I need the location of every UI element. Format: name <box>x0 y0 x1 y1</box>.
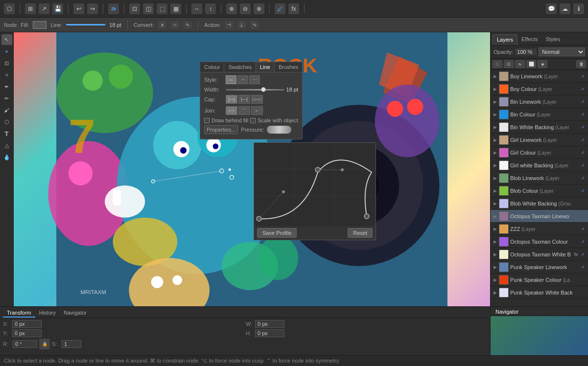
convert-smart-btn[interactable]: ∿ <box>183 21 192 29</box>
action-3-btn[interactable]: ∿ <box>250 21 259 29</box>
style-dash-btn[interactable]: ╌ <box>237 75 248 84</box>
layer-item[interactable]: ▶ Blob Linework (Layer ✓ <box>491 172 588 184</box>
undo-icon[interactable]: ↩ <box>73 3 84 14</box>
adjust-btn[interactable]: ◈ <box>538 60 547 68</box>
w-input[interactable] <box>255 320 284 328</box>
layer-expand-icon[interactable]: ▶ <box>493 201 497 206</box>
boolean-int-icon[interactable]: ⊗ <box>254 3 264 14</box>
layer-visible-check[interactable]: ✓ <box>580 99 586 104</box>
h-input[interactable] <box>255 329 284 337</box>
layer-expand-icon[interactable]: ▶ <box>493 265 497 270</box>
s-input[interactable] <box>62 340 81 348</box>
tab-brushes[interactable]: Brushes <box>275 62 303 72</box>
layer-visible-check[interactable]: ✓ <box>580 124 586 130</box>
r-input[interactable] <box>13 340 37 348</box>
layer-expand-icon[interactable]: ▶ <box>493 290 497 295</box>
cap-square-btn[interactable]: □—□ <box>251 95 263 104</box>
tab-transform[interactable]: Transform <box>3 309 35 318</box>
zoom-fit-icon[interactable]: ⊡ <box>129 3 140 14</box>
tab-layers[interactable]: Layers <box>493 34 517 45</box>
properties-btn[interactable]: Properties... <box>204 125 238 134</box>
align-icon[interactable]: ▦ <box>170 3 181 14</box>
layer-item[interactable]: ▶ Girl Colour (Layer ✓ <box>491 146 588 159</box>
layer-expand-icon[interactable]: ▶ <box>493 277 497 282</box>
redo-icon[interactable]: ↪ <box>87 3 98 14</box>
scale-object-checkbox[interactable] <box>250 118 256 123</box>
layer-visible-check[interactable]: ✓ <box>580 226 586 231</box>
layer-item[interactable]: ▶ Octopus Taxman Linewo <box>491 210 588 223</box>
layer-expand-icon[interactable]: ▶ <box>493 239 497 244</box>
layer-visible-check[interactable]: ✓ <box>580 188 586 193</box>
fx-btn[interactable]: fx <box>515 60 525 68</box>
pen-icon[interactable]: 🖊 <box>275 3 285 14</box>
action-1-btn[interactable]: ⊣ <box>225 21 234 29</box>
node-tool-btn[interactable]: ⋄ <box>1 46 12 57</box>
layer-expand-icon[interactable]: ▶ <box>493 125 497 130</box>
transform-tool-btn[interactable]: ⊡ <box>1 58 12 69</box>
layer-visible-check[interactable]: ✓ <box>580 150 586 155</box>
app-icon[interactable]: ⬡ <box>4 3 15 14</box>
flip-v-icon[interactable]: ↕ <box>205 3 216 14</box>
layer-expand-icon[interactable]: ▶ <box>493 99 497 104</box>
layer-item[interactable]: ▶ Bin White Backing (Layer ✓ <box>491 121 588 134</box>
tab-styles[interactable]: Styles <box>541 34 564 45</box>
open-icon[interactable]: ↗ <box>39 3 49 14</box>
pen-tool-btn[interactable]: ✒ <box>1 81 12 92</box>
chat-icon[interactable]: 💬 <box>546 3 557 14</box>
layer-item[interactable]: ▶ Blob White Backing (Grou <box>491 197 588 210</box>
new-layer-btn[interactable]: □ <box>493 60 502 68</box>
layer-visible-check[interactable]: ✓ <box>580 252 586 257</box>
layer-expand-icon[interactable]: ▶ <box>493 252 497 257</box>
blend-mode-select[interactable]: Normal Multiply Screen Overlay <box>539 47 585 56</box>
layer-expand-icon[interactable]: ▶ <box>493 87 497 92</box>
layer-item[interactable]: ▶ Punk Speaker Linework ✓ <box>491 261 588 274</box>
layer-visible-check[interactable]: ✓ <box>580 175 586 181</box>
save-icon[interactable]: 💾 <box>52 3 63 14</box>
lock-aspect-icon[interactable]: 🔒 <box>39 339 50 349</box>
x-input[interactable] <box>12 320 42 328</box>
layer-expand-icon[interactable]: ▶ <box>493 150 497 155</box>
cap-butt-btn[interactable]: |—| <box>226 95 237 104</box>
eyedropper-tool-btn[interactable]: 💧 <box>1 152 12 162</box>
layer-item[interactable]: ▶ Girl Linework (Layer ✓ <box>491 134 588 146</box>
pencil-tool-btn[interactable]: ✏ <box>1 93 12 104</box>
style-dot-btn[interactable]: ⋯ <box>249 75 260 84</box>
layer-visible-check[interactable]: ✓ <box>580 162 586 168</box>
layer-visible-check[interactable]: ✓ <box>580 86 586 92</box>
tab-line[interactable]: Line <box>256 62 275 72</box>
cap-round-btn[interactable]: )—( <box>238 95 250 104</box>
br-tab-nav[interactable]: Navigator <box>493 308 521 316</box>
convert-cusp-btn[interactable]: ∧ <box>158 21 166 29</box>
layer-item[interactable]: ▶ ZZZ (Layer ✓ <box>491 223 588 235</box>
select-tool-btn[interactable]: ↖ <box>1 34 12 45</box>
layer-item[interactable]: ▶ Boy Linework (Layer ✓ <box>491 70 588 83</box>
save-profile-btn[interactable]: Save Profile <box>257 228 297 238</box>
delete-layer-btn[interactable]: 🗑 <box>576 60 586 68</box>
join-miter-btn[interactable]: ⌐¬ <box>226 106 237 115</box>
layer-item[interactable]: ▶ Octopus Taxman White B fx ✓ <box>491 248 588 261</box>
layer-expand-icon[interactable]: ▶ <box>493 227 497 231</box>
join-round-btn[interactable]: ⌒ <box>238 106 250 115</box>
draw-behind-checkbox[interactable] <box>204 118 210 123</box>
layer-visible-check[interactable]: ✓ <box>580 112 586 117</box>
tab-colour[interactable]: Colour <box>200 62 224 72</box>
new-group-btn[interactable]: ⊡ <box>504 60 514 68</box>
pixel-mode-icon[interactable]: 2k <box>108 3 119 14</box>
new-icon[interactable]: ⊞ <box>25 3 36 14</box>
join-bevel-btn[interactable]: ⌐ <box>251 106 263 115</box>
fx-icon[interactable]: fx <box>288 3 299 14</box>
layer-expand-icon[interactable]: ▶ <box>493 74 497 79</box>
y-input[interactable] <box>12 329 42 337</box>
layer-item[interactable]: ▶ Octopus Taxman Colour ✓ <box>491 235 588 248</box>
zoom-100-icon[interactable]: ◫ <box>143 3 154 14</box>
layer-item[interactable]: ▶ Girl white Backing (Layer ✓ <box>491 159 588 172</box>
shape-tool-btn[interactable]: △ <box>1 140 12 151</box>
info-icon[interactable]: ℹ <box>573 3 584 14</box>
arrange-icon[interactable]: ⬚ <box>157 3 167 14</box>
cloud-icon[interactable]: ☁ <box>560 3 570 14</box>
action-2-btn[interactable]: ⊥ <box>237 21 246 29</box>
boolean-add-icon[interactable]: ⊕ <box>226 3 237 14</box>
layer-expand-icon[interactable]: ▶ <box>493 137 497 142</box>
crop-tool-btn[interactable]: ⌗ <box>1 69 12 80</box>
layer-visible-check[interactable]: ✓ <box>580 264 586 270</box>
